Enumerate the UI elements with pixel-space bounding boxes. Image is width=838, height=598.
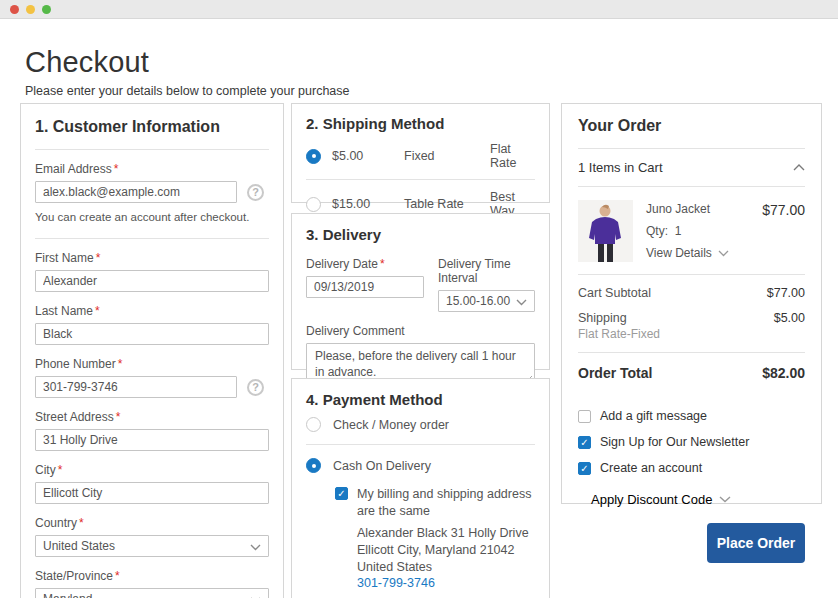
- cart-subtotal-value: $77.00: [767, 286, 805, 300]
- radio-selected-icon[interactable]: [306, 458, 321, 473]
- last-name-field-group: Last Name*: [35, 304, 269, 345]
- payment-option-label: Cash On Delivery: [333, 459, 431, 473]
- delivery-time-field-group: Delivery Time Interval 15.00-16.00: [438, 245, 535, 312]
- country-select[interactable]: United States: [35, 535, 269, 557]
- country-label: Country: [35, 516, 77, 530]
- checkbox-unchecked-icon[interactable]: [578, 410, 591, 423]
- street-field-group: Street Address*: [35, 410, 269, 451]
- gift-message-label: Add a gift message: [600, 408, 707, 425]
- country-field-group: Country* United States: [35, 516, 269, 557]
- payment-method-heading: 4. Payment Method: [306, 391, 535, 408]
- cart-subtotal-row: Cart Subtotal $77.00: [578, 275, 805, 300]
- page-subtitle: Please enter your details below to compl…: [25, 84, 838, 98]
- required-marker: *: [79, 516, 84, 530]
- qty-label: Qty:: [646, 224, 668, 238]
- country-selected-value: United States: [43, 539, 115, 553]
- product-image: [578, 200, 633, 262]
- shipping-method-section: 2. Shipping Method $5.00 Fixed Flat Rate…: [291, 103, 550, 203]
- first-name-field-group: First Name*: [35, 251, 269, 292]
- shipping-option-flat-rate[interactable]: $5.00 Fixed Flat Rate: [306, 132, 535, 180]
- delivery-section: 3. Delivery Delivery Date* Delivery Time…: [291, 213, 550, 370]
- create-account-checkbox-row[interactable]: ✓ Create an account: [578, 460, 805, 477]
- billing-address-line: Ellicott City, Maryland 21042: [357, 542, 535, 559]
- payment-option-check-money-order[interactable]: Check / Money order: [306, 408, 535, 445]
- customer-information-heading: 1. Customer Information: [35, 118, 269, 150]
- page-title: Checkout: [25, 46, 838, 79]
- gift-message-checkbox-row[interactable]: Add a gift message: [578, 408, 805, 425]
- state-select[interactable]: Maryland: [35, 588, 269, 598]
- delivery-time-select[interactable]: 15.00-16.00: [438, 290, 535, 312]
- shipping-method-note: Flat Rate-Fixed: [578, 327, 660, 341]
- city-input[interactable]: [35, 482, 269, 504]
- checkbox-checked-icon[interactable]: ✓: [335, 487, 348, 500]
- shipping-method: Fixed: [404, 149, 490, 163]
- shipping-total-label: Shipping: [578, 311, 627, 325]
- street-input[interactable]: [35, 429, 269, 451]
- required-marker: *: [115, 569, 120, 583]
- billing-address-line: Alexander Black 31 Holly Drive: [357, 525, 535, 542]
- radio-unselected-icon[interactable]: [306, 197, 321, 212]
- payment-option-cash-on-delivery[interactable]: Cash On Delivery: [306, 458, 535, 473]
- state-label: State/Province: [35, 569, 113, 583]
- first-name-label: First Name: [35, 251, 94, 265]
- delivery-date-input[interactable]: [306, 276, 424, 298]
- required-marker: *: [114, 162, 119, 176]
- items-in-cart-toggle[interactable]: 1 Items in Cart: [578, 149, 805, 187]
- street-label: Street Address: [35, 410, 114, 424]
- chevron-down-icon: [718, 250, 729, 257]
- shipping-price: $15.00: [332, 197, 404, 211]
- city-label: City: [35, 463, 56, 477]
- checkbox-checked-icon[interactable]: ✓: [578, 436, 591, 449]
- billing-address-line: United States: [357, 559, 535, 576]
- delivery-time-label: Delivery Time Interval: [438, 257, 511, 285]
- required-marker: *: [116, 410, 121, 424]
- chevron-down-icon: [516, 299, 527, 306]
- checkbox-checked-icon[interactable]: ✓: [578, 462, 591, 475]
- delivery-date-label: Delivery Date: [306, 257, 378, 271]
- delivery-time-selected-value: 15.00-16.00: [446, 294, 510, 308]
- first-name-input[interactable]: [35, 270, 269, 292]
- radio-unselected-icon[interactable]: [306, 417, 321, 432]
- create-account-label: Create an account: [600, 460, 702, 477]
- chevron-down-icon: [250, 544, 261, 551]
- delivery-date-field-group: Delivery Date*: [306, 245, 424, 312]
- state-selected-value: Maryland: [43, 592, 92, 598]
- phone-field-group: Phone Number* ?: [35, 357, 269, 398]
- customer-information-section: 1. Customer Information Email Address* ?…: [20, 103, 284, 598]
- phone-input[interactable]: [35, 376, 237, 398]
- order-total-label: Order Total: [578, 365, 652, 381]
- view-details-toggle[interactable]: View Details: [646, 246, 729, 260]
- window-titlebar: [0, 0, 838, 19]
- shipping-price: $5.00: [332, 149, 404, 163]
- required-marker: *: [95, 304, 100, 318]
- order-total-row: Order Total $82.00: [578, 353, 805, 381]
- delivery-comment-label: Delivery Comment: [306, 324, 405, 338]
- place-order-button[interactable]: Place Order: [707, 523, 805, 563]
- required-marker: *: [96, 251, 101, 265]
- shipping-method: Table Rate: [404, 197, 490, 211]
- apply-discount-toggle[interactable]: Apply Discount Code: [591, 492, 731, 507]
- chevron-down-icon: [719, 496, 731, 503]
- product-name: Juno Jacket: [646, 202, 762, 216]
- cart-subtotal-label: Cart Subtotal: [578, 286, 651, 300]
- email-help-icon[interactable]: ?: [247, 184, 264, 201]
- newsletter-checkbox-row[interactable]: ✓ Sign Up for Our Newsletter: [578, 434, 805, 451]
- last-name-input[interactable]: [35, 323, 269, 345]
- phone-help-icon[interactable]: ?: [247, 379, 264, 396]
- qty-value: 1: [675, 224, 682, 238]
- radio-selected-icon[interactable]: [306, 149, 321, 164]
- email-note: You can create an account after checkout…: [35, 211, 269, 223]
- zoom-window-icon[interactable]: [42, 5, 51, 14]
- cart-item-row: Juno Jacket Qty: 1 View Details $77.00: [578, 187, 805, 275]
- minimize-window-icon[interactable]: [26, 5, 35, 14]
- close-window-icon[interactable]: [10, 5, 19, 14]
- email-input[interactable]: [35, 181, 237, 203]
- section-divider: [35, 238, 269, 239]
- state-field-group: State/Province* Maryland: [35, 569, 269, 598]
- email-label: Email Address: [35, 162, 112, 176]
- billing-same-checkbox-row[interactable]: ✓ My billing and shipping address are th…: [335, 486, 535, 520]
- shipping-total-row: Shipping Flat Rate-Fixed $5.00: [578, 300, 805, 341]
- items-in-cart-label: 1 Items in Cart: [578, 160, 663, 175]
- newsletter-label: Sign Up for Our Newsletter: [600, 434, 749, 451]
- billing-phone-link[interactable]: 301-799-3746: [357, 576, 435, 590]
